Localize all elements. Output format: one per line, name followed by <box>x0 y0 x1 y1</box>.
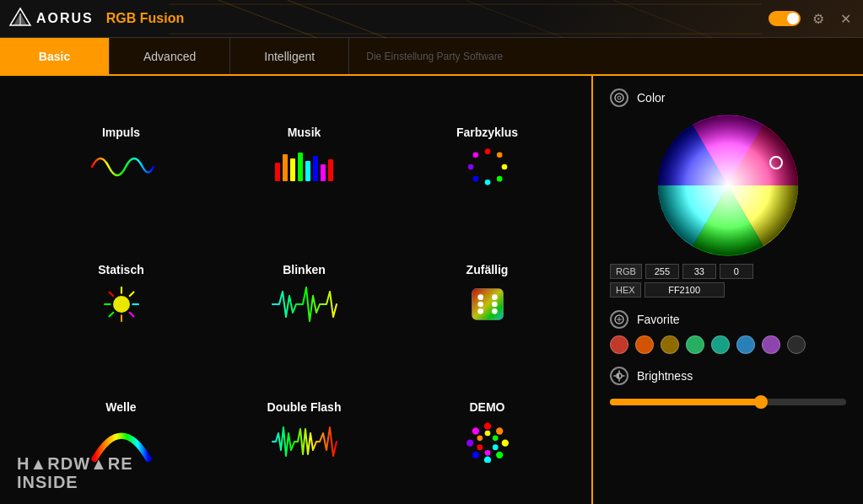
effect-impuls-label: Impuls <box>102 126 140 139</box>
favorites-title-row: Favorite <box>610 310 846 329</box>
brightness-icon <box>610 367 628 385</box>
svg-line-33 <box>109 312 114 317</box>
svg-point-23 <box>467 164 473 170</box>
effect-double-flash-icon <box>271 421 338 463</box>
effect-impuls-icon <box>88 146 155 188</box>
svg-point-53 <box>484 450 490 456</box>
svg-point-56 <box>615 94 623 102</box>
effect-musik-label: Musik <box>288 126 321 139</box>
fav-color-4[interactable] <box>711 335 730 354</box>
effect-zufallig-label: Zufällig <box>467 263 509 276</box>
effect-farbzyklus-label: Farbzyklus <box>456 126 518 139</box>
svg-point-44 <box>501 439 508 446</box>
rgb-label: RGB <box>610 264 642 279</box>
svg-point-21 <box>484 180 490 185</box>
effect-statisch[interactable]: Statisch <box>34 230 208 359</box>
color-wheel-svg[interactable] <box>656 114 800 257</box>
tab-advanced[interactable]: Advanced <box>110 38 230 74</box>
brightness-thumb[interactable] <box>754 395 768 409</box>
close-button[interactable]: ✕ <box>836 9 855 28</box>
effect-zufallig[interactable]: Zufällig <box>400 230 574 359</box>
right-panel: Color <box>593 76 863 504</box>
aorus-logo: AORUS <box>8 7 94 30</box>
color-section-title: Color <box>610 88 846 107</box>
svg-point-48 <box>467 439 473 446</box>
effect-farbzyklus[interactable]: Farbzyklus <box>400 93 574 222</box>
svg-point-37 <box>492 294 498 300</box>
svg-point-57 <box>618 96 621 99</box>
svg-rect-16 <box>328 159 333 181</box>
svg-line-6 <box>288 0 386 38</box>
fav-color-5[interactable] <box>736 335 755 354</box>
fav-color-0[interactable] <box>610 335 628 354</box>
hex-input-row: HEX FF2100 <box>610 282 846 298</box>
tab-extra-info: Die Einstellung Party Software <box>349 38 863 74</box>
rgb-b-value[interactable]: 0 <box>720 264 753 279</box>
color-icon <box>610 88 628 107</box>
svg-rect-11 <box>290 158 295 181</box>
svg-line-5 <box>218 0 317 38</box>
effect-demo[interactable]: DEMO <box>400 367 574 496</box>
svg-rect-13 <box>305 161 310 181</box>
brightness-title: Brightness <box>637 369 693 383</box>
brightness-slider[interactable] <box>610 399 846 405</box>
effect-zufallig-icon <box>454 283 521 325</box>
svg-line-30 <box>109 292 114 297</box>
logo-area: AORUS RGB Fusion <box>8 7 184 30</box>
brightness-fill <box>610 399 763 405</box>
effect-blinken[interactable]: Blinken <box>217 230 391 359</box>
svg-point-42 <box>483 422 490 429</box>
effects-panel: Impuls Musik <box>0 76 593 504</box>
rgb-r-value[interactable]: 255 <box>645 264 679 279</box>
svg-point-43 <box>496 427 503 434</box>
svg-line-32 <box>129 292 134 297</box>
favorites-title: Favorite <box>637 313 680 326</box>
header-decoration <box>169 0 762 38</box>
effect-statisch-label: Statisch <box>98 263 143 276</box>
svg-point-20 <box>496 176 502 182</box>
brightness-slider-container <box>610 392 846 412</box>
favorite-colors-list <box>610 335 846 354</box>
hex-value[interactable]: FF2100 <box>645 282 725 298</box>
header-controls: ⚙ ✕ <box>769 9 855 28</box>
svg-point-40 <box>477 302 483 308</box>
header: AORUS RGB Fusion ⚙ ✕ <box>0 0 863 38</box>
color-wheel-wrapper[interactable] <box>656 114 800 257</box>
svg-point-18 <box>496 153 502 158</box>
settings-button[interactable]: ⚙ <box>809 9 828 28</box>
brightness-title-row: Brightness <box>610 367 846 385</box>
fav-color-1[interactable] <box>635 335 654 354</box>
svg-rect-12 <box>298 153 303 181</box>
effect-double-flash-label: Double Flash <box>267 400 342 414</box>
fav-color-6[interactable] <box>762 335 780 354</box>
effect-musik[interactable]: Musik <box>217 93 391 222</box>
color-title: Color <box>637 91 665 105</box>
tab-intelligent[interactable]: Intelligent <box>230 38 349 74</box>
svg-point-19 <box>501 164 507 170</box>
effect-double-flash[interactable]: Double Flash <box>217 367 391 496</box>
svg-line-8 <box>613 0 712 38</box>
svg-point-45 <box>496 451 503 458</box>
svg-point-25 <box>113 296 130 313</box>
color-section: Color <box>610 88 846 298</box>
svg-rect-9 <box>275 163 280 181</box>
watermark-line2: inside <box>17 473 133 491</box>
svg-point-54 <box>477 444 483 450</box>
effect-statisch-icon <box>88 283 155 325</box>
svg-point-47 <box>472 451 478 458</box>
hex-label: HEX <box>610 282 641 298</box>
rgb-g-value[interactable]: 33 <box>682 264 716 279</box>
tab-basic[interactable]: Basic <box>0 38 110 74</box>
color-inputs: RGB 255 33 0 HEX FF2100 <box>610 264 846 298</box>
svg-point-49 <box>472 427 478 434</box>
fav-color-2[interactable] <box>661 335 679 354</box>
fav-color-3[interactable] <box>686 335 704 354</box>
fav-color-7[interactable] <box>787 335 806 354</box>
power-toggle[interactable] <box>769 11 801 26</box>
color-wheel-container <box>610 114 846 257</box>
favorites-section: Favorite <box>610 310 846 354</box>
svg-point-39 <box>492 308 498 314</box>
effect-demo-label: DEMO <box>470 400 505 414</box>
effect-impuls[interactable]: Impuls <box>34 93 208 222</box>
svg-rect-35 <box>472 289 503 320</box>
